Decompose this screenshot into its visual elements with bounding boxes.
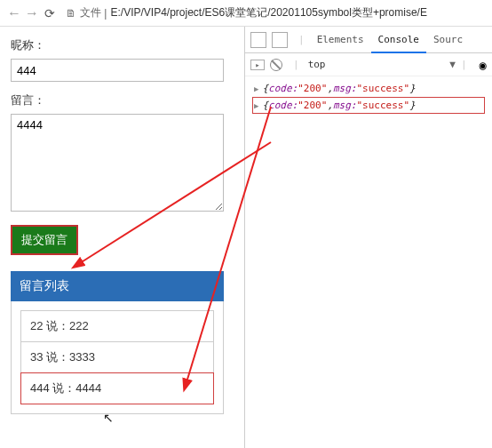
message-list-panel: 留言列表 22 说：222 33 说：3333 444 说：4444 [11, 271, 224, 414]
live-expression-icon[interactable]: ◉ [480, 58, 487, 72]
file-label: 文件 [80, 5, 101, 20]
device-toggle-icon[interactable] [272, 32, 288, 48]
devtools-tabs: | Elements Console Sourc [245, 27, 492, 53]
browser-address-bar: ← → ⟳ 🗎 文件 | E:/VIP/VIP4/project/ES6课堂笔记… [0, 0, 492, 27]
list-item: 444 说：4444 [20, 372, 214, 404]
list-body: 22 说：222 33 说：3333 444 说：4444 [11, 301, 224, 414]
url-text[interactable]: E:/VIP/VIP4/project/ES6课堂笔记/20201105symb… [110, 5, 427, 20]
scope-selector[interactable]: top [308, 59, 326, 70]
list-item: 22 说：222 [20, 310, 214, 341]
list-item: 33 说：3333 [20, 341, 214, 372]
console-toolbar: ▸ | top ▼ | ◉ [245, 53, 492, 76]
reload-icon[interactable]: ⟳ [41, 6, 59, 20]
expand-icon[interactable]: ▶ [254, 101, 258, 110]
sidebar-toggle-icon[interactable]: ▸ [250, 60, 265, 70]
nickname-input[interactable] [11, 59, 224, 82]
back-icon[interactable]: ← [5, 5, 23, 21]
nickname-label: 昵称： [11, 37, 234, 53]
chevron-down-icon[interactable]: ▼ [449, 59, 456, 70]
expand-icon[interactable]: ▶ [254, 84, 258, 93]
inspect-icon[interactable] [250, 32, 266, 48]
separator: | [101, 7, 107, 20]
tab-sources[interactable]: Sourc [426, 27, 470, 53]
cursor-icon: ↖ [103, 411, 114, 425]
file-icon: 🗎 [66, 7, 76, 20]
clear-console-icon[interactable] [270, 59, 282, 71]
tab-console[interactable]: Console [371, 27, 426, 53]
console-log-line[interactable]: ▶ {code: "200", msg: "success"} [252, 97, 485, 114]
tab-elements[interactable]: Elements [310, 27, 371, 53]
submit-button[interactable]: 提交留言 [11, 225, 78, 255]
forward-icon[interactable]: → [23, 5, 41, 21]
message-textarea[interactable]: 4444 [11, 114, 224, 212]
console-output: ▶ {code: "200", msg: "success"} ▶ {code:… [245, 76, 492, 117]
page-content: 昵称： 留言： 4444 提交留言 留言列表 22 说：222 33 说：333… [0, 27, 244, 448]
console-log-line[interactable]: ▶ {code: "200", msg: "success"} [252, 80, 485, 97]
devtools-panel: | Elements Console Sourc ▸ | top ▼ | ◉ ▶… [244, 27, 492, 448]
list-header: 留言列表 [11, 271, 224, 301]
file-scheme-label: 🗎 文件 | [66, 5, 107, 20]
message-label: 留言： [11, 92, 234, 108]
